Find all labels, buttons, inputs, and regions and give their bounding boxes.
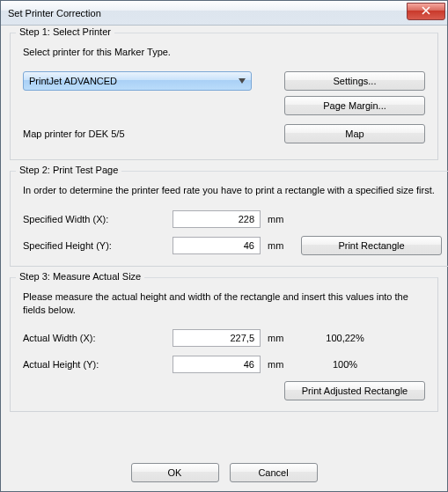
titlebar: Set Printer Correction <box>1 1 447 26</box>
actual-height-label: Actual Height (Y): <box>23 359 173 370</box>
dialog-footer: OK Cancel <box>1 463 447 482</box>
actual-width-percent: 100,22% <box>301 333 389 343</box>
step2-section: Step 2: Print Test Page In order to dete… <box>10 171 448 267</box>
specified-height-label: Specified Height (Y): <box>23 240 173 251</box>
unit-label: mm <box>261 214 301 224</box>
step1-prompt: Select printer for this Marker Type. <box>23 46 425 59</box>
printer-select-value: PrintJet ADVANCED <box>29 76 117 86</box>
unit-label: mm <box>261 359 301 370</box>
unit-label: mm <box>261 333 301 343</box>
settings-button[interactable]: Settings... <box>284 71 425 91</box>
actual-width-input[interactable] <box>173 329 261 347</box>
step1-title: Step 1: Select Printer <box>16 26 114 37</box>
specified-width-label: Specified Width (X): <box>23 214 173 224</box>
specified-width-input[interactable] <box>173 210 261 228</box>
page-margin-button[interactable]: Page Margin... <box>284 96 425 115</box>
step2-prompt: In order to determine the printer feed r… <box>23 184 442 197</box>
step3-section: Step 3: Measure Actual Size Please measu… <box>10 277 438 413</box>
dialog-body: Step 1: Select Printer Select printer fo… <box>1 26 447 491</box>
step3-prompt: Please measure the actual height and wid… <box>23 290 425 317</box>
step2-title: Step 2: Print Test Page <box>16 165 121 175</box>
close-icon <box>422 6 430 17</box>
print-adjusted-rectangle-button[interactable]: Print Adjusted Rectangle <box>284 381 425 400</box>
step1-section: Step 1: Select Printer Select printer fo… <box>10 33 438 160</box>
map-button[interactable]: Map <box>284 124 425 143</box>
unit-label: mm <box>261 240 301 251</box>
ok-button[interactable]: OK <box>131 463 219 482</box>
map-printer-label: Map printer for DEK 5/5 <box>23 129 125 139</box>
actual-height-percent: 100% <box>301 359 389 370</box>
chevron-down-icon <box>239 78 246 84</box>
dialog-window: Set Printer Correction Step 1: Select Pr… <box>0 0 448 492</box>
actual-width-label: Actual Width (X): <box>23 333 173 343</box>
specified-height-input[interactable] <box>173 237 261 254</box>
close-button[interactable] <box>407 3 445 20</box>
cancel-button[interactable]: Cancel <box>230 463 318 482</box>
print-rectangle-button[interactable]: Print Rectangle <box>301 236 442 255</box>
actual-height-input[interactable] <box>173 356 261 373</box>
step3-title: Step 3: Measure Actual Size <box>16 271 144 282</box>
printer-select[interactable]: PrintJet ADVANCED <box>23 71 252 91</box>
window-title: Set Printer Correction <box>8 8 407 18</box>
